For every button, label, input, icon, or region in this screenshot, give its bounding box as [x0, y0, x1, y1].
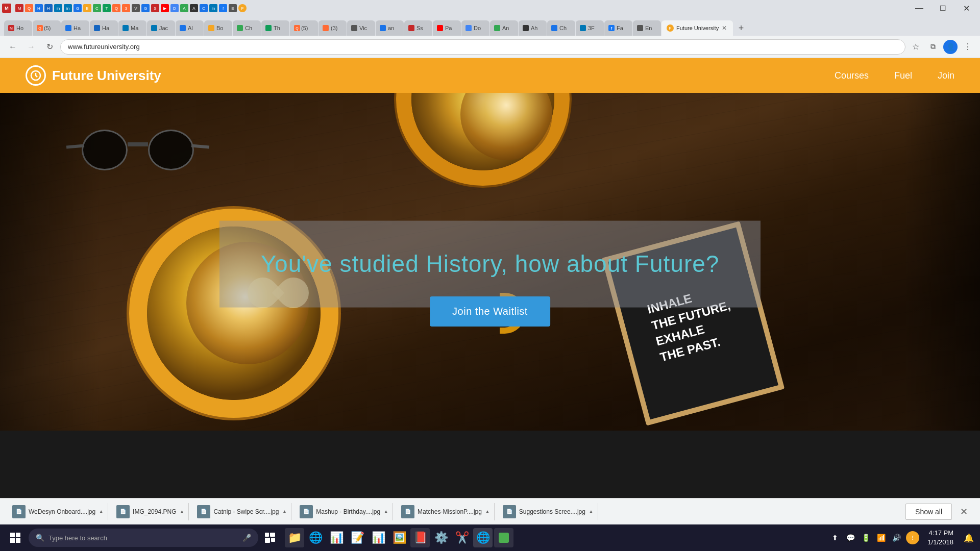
- minimize-button[interactable]: —: [908, 0, 931, 16]
- tray-icon-1[interactable]: ⬆: [829, 532, 841, 543]
- download-caret-5[interactable]: ▲: [485, 509, 490, 514]
- volume-icon[interactable]: 🔊: [891, 532, 902, 543]
- browser-tab[interactable]: An: [490, 20, 518, 36]
- extensions-icon[interactable]: ⧉: [926, 40, 940, 54]
- browser-tab[interactable]: Ha: [90, 20, 118, 36]
- taskbar-word[interactable]: 📝: [348, 528, 367, 547]
- join-waitlist-button[interactable]: Join the Waitlist: [430, 296, 550, 327]
- taskbar: 🔍 Type here to search 🎤 📁 🌐 📊 📝 📊 🖼️ 📕 ⚙…: [0, 524, 980, 551]
- join-button-container: Join the Waitlist: [430, 296, 550, 327]
- browser-tab[interactable]: Al: [176, 20, 204, 36]
- browser-tab[interactable]: Q (5): [33, 20, 61, 36]
- browser-tab[interactable]: Ah: [519, 20, 547, 36]
- title-bar: M M Q H H in in G B C T Q 3 V G S ▶ D A …: [0, 0, 980, 16]
- back-button[interactable]: ←: [5, 39, 20, 55]
- browser-tab[interactable]: (3): [318, 20, 347, 36]
- taskbar-snip[interactable]: ✂️: [452, 528, 472, 547]
- new-tab-button[interactable]: +: [733, 20, 749, 36]
- title-bar-favicon: M: [2, 4, 11, 13]
- downloads-bar: 📄 WeDesyn Onboard....jpg ▲ 📄 IMG_2094.PN…: [0, 498, 980, 524]
- download-item-3[interactable]: 📄 Catnip - Swipe Scr....jpg ▲: [193, 503, 291, 520]
- browser-tab[interactable]: Ss: [404, 20, 432, 36]
- browser-tab[interactable]: Jac: [147, 20, 175, 36]
- hero-headline: You've studied History, how about Future…: [261, 249, 720, 280]
- taskbar-settings[interactable]: ⚙️: [431, 528, 451, 547]
- browser-tab[interactable]: Ha: [61, 20, 89, 36]
- nav-link-courses[interactable]: Courses: [835, 70, 869, 81]
- download-caret-3[interactable]: ▲: [282, 509, 287, 514]
- forward-button[interactable]: →: [23, 39, 39, 55]
- tray-icon-2[interactable]: 💬: [845, 532, 856, 543]
- taskbar-edge[interactable]: 🌐: [306, 528, 325, 547]
- download-item-1[interactable]: 📄 WeDesyn Onboard....jpg ▲: [8, 503, 108, 520]
- bookmark-star-icon[interactable]: ☆: [909, 40, 923, 54]
- browser-tab[interactable]: fFa: [604, 20, 632, 36]
- notification-badge[interactable]: !: [906, 531, 919, 544]
- download-item-6[interactable]: 📄 Suggestions Scree....jpg ▲: [499, 503, 598, 520]
- site-logo-container[interactable]: Future University: [26, 65, 161, 86]
- browser-tab[interactable]: 3F: [576, 20, 604, 36]
- show-all-button[interactable]: Show all: [905, 504, 952, 520]
- download-file-icon-5: 📄: [401, 505, 414, 518]
- taskbar-powerpoint[interactable]: 📊: [369, 528, 388, 547]
- download-item-2[interactable]: 📄 IMG_2094.PNG ▲: [112, 503, 189, 520]
- browser-tab[interactable]: M Ho: [4, 20, 32, 36]
- system-time: 4:17 PM: [927, 529, 953, 538]
- download-caret-6[interactable]: ▲: [589, 509, 594, 514]
- maximize-button[interactable]: ☐: [931, 0, 954, 16]
- taskbar-acrobat[interactable]: 📕: [410, 528, 430, 547]
- download-item-4[interactable]: 📄 Mashup - Birthday....jpg ▲: [296, 503, 393, 520]
- svg-rect-8: [271, 538, 275, 542]
- downloads-close-button[interactable]: ✕: [956, 504, 972, 519]
- taskbar-photos[interactable]: 🖼️: [389, 528, 409, 547]
- tab-favicons-row: M Q H H in in G B C T Q 3 V G S ▶ D A A …: [15, 4, 908, 12]
- site-logo-text: Future University: [52, 68, 161, 84]
- network-icon[interactable]: 📶: [875, 532, 887, 543]
- download-caret-4[interactable]: ▲: [383, 509, 388, 514]
- svg-rect-6: [270, 533, 275, 537]
- system-tray: ⬆ 💬 🔋 📶 🔊 ! 4:17 PM 1/1/2018 🔔: [829, 529, 976, 547]
- browser-window: M M Q H H in in G B C T Q 3 V G S ▶ D A …: [0, 0, 980, 551]
- taskbar-file-explorer[interactable]: 📁: [285, 528, 304, 547]
- taskbar-search-bar[interactable]: 🔍 Type here to search 🎤: [29, 529, 258, 547]
- svg-rect-4: [16, 538, 20, 543]
- browser-tab[interactable]: Q (5): [290, 20, 318, 36]
- start-button[interactable]: [4, 527, 27, 549]
- browser-tab[interactable]: Ch: [547, 20, 575, 36]
- refresh-button[interactable]: ↻: [42, 39, 57, 55]
- taskbar-apps: 📁 🌐 📊 📝 📊 🖼️ 📕 ⚙️ ✂️ 🌐: [285, 528, 513, 547]
- browser-tab[interactable]: Ma: [118, 20, 146, 36]
- url-text: www.futureuniversity.org: [68, 43, 140, 51]
- browser-tab[interactable]: an: [376, 20, 404, 36]
- browser-tab[interactable]: Pa: [433, 20, 461, 36]
- download-caret-1[interactable]: ▲: [99, 509, 104, 514]
- taskbar-app-green[interactable]: [494, 528, 513, 547]
- download-file-icon-6: 📄: [503, 505, 516, 518]
- browser-tab[interactable]: Ch: [233, 20, 261, 36]
- task-view-button[interactable]: [260, 528, 280, 547]
- logo-icon: [26, 65, 46, 86]
- nav-link-fuel[interactable]: Fuel: [894, 70, 912, 81]
- system-clock[interactable]: 4:17 PM 1/1/2018: [923, 529, 958, 547]
- active-tab[interactable]: F Future University ✕: [662, 20, 733, 36]
- search-icon: 🔍: [36, 534, 44, 542]
- taskbar-excel[interactable]: 📊: [327, 528, 346, 547]
- close-button[interactable]: ✕: [954, 0, 978, 16]
- profile-icon[interactable]: 👤: [943, 40, 958, 54]
- site-navbar: Future University Courses Fuel Join: [0, 58, 980, 93]
- download-caret-2[interactable]: ▲: [179, 509, 184, 514]
- browser-tab[interactable]: En: [633, 20, 661, 36]
- settings-icon[interactable]: ⋮: [961, 40, 975, 54]
- microphone-icon[interactable]: 🎤: [242, 534, 251, 542]
- taskbar-chrome[interactable]: 🌐: [473, 528, 493, 547]
- action-center-button[interactable]: 🔔: [962, 531, 976, 545]
- browser-tab[interactable]: Th: [261, 20, 289, 36]
- browser-tab[interactable]: Do: [461, 20, 489, 36]
- download-item-5[interactable]: 📄 Matches-MissionP....jpg ▲: [397, 503, 495, 520]
- nav-link-join[interactable]: Join: [938, 70, 954, 81]
- browser-tab[interactable]: Vic: [347, 20, 375, 36]
- browser-tab[interactable]: Bo: [204, 20, 232, 36]
- address-bar[interactable]: www.futureuniversity.org: [60, 39, 905, 55]
- nav-bar: ← → ↻ www.futureuniversity.org ☆ ⧉ 👤 ⋮: [0, 36, 980, 58]
- tray-icon-3[interactable]: 🔋: [860, 532, 871, 543]
